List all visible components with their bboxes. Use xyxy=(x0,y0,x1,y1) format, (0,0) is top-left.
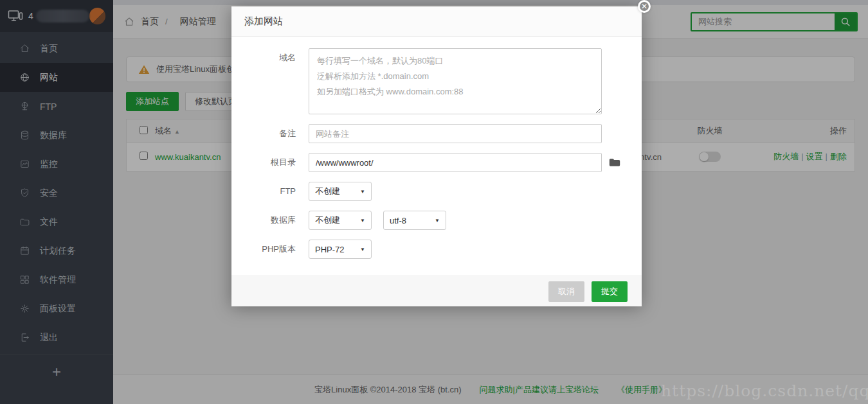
domain-label: 域名 xyxy=(231,48,296,67)
modal-footer: 取消 提交 xyxy=(231,276,642,306)
folder-picker-icon[interactable] xyxy=(609,157,620,168)
modal-body: 域名 备注 根目录 FTP 不创建 xyxy=(231,37,642,276)
ftp-select[interactable]: 不创建 ▼ xyxy=(309,182,372,201)
domain-textarea[interactable] xyxy=(309,48,602,114)
ftp-field-row: FTP 不创建 ▼ xyxy=(231,182,642,201)
php-version-select-value: PHP-72 xyxy=(315,245,345,254)
modal-title: 添加网站 xyxy=(231,6,642,37)
close-icon[interactable]: ✕ xyxy=(638,0,651,13)
php-version-label: PHP版本 xyxy=(231,240,296,259)
root-dir-input[interactable] xyxy=(309,153,602,172)
cancel-button[interactable]: 取消 xyxy=(548,281,584,302)
submit-button[interactable]: 提交 xyxy=(592,281,628,302)
chevron-down-icon: ▼ xyxy=(360,218,365,224)
remark-field-row: 备注 xyxy=(231,124,642,143)
database-select-value: 不创建 xyxy=(315,215,340,226)
charset-select-value: utf-8 xyxy=(390,216,406,225)
chevron-down-icon: ▼ xyxy=(435,218,440,224)
root-dir-label: 根目录 xyxy=(231,153,296,172)
add-website-modal: ✕ 添加网站 域名 备注 根目录 FTP xyxy=(231,6,642,306)
php-version-select[interactable]: PHP-72 ▼ xyxy=(309,240,372,259)
charset-select[interactable]: utf-8 ▼ xyxy=(383,211,446,230)
ftp-select-value: 不创建 xyxy=(315,186,340,197)
remark-label: 备注 xyxy=(231,124,296,143)
database-label: 数据库 xyxy=(231,211,296,230)
database-field-row: 数据库 不创建 ▼ utf-8 ▼ xyxy=(231,211,642,230)
database-select[interactable]: 不创建 ▼ xyxy=(309,211,372,230)
ftp-label: FTP xyxy=(231,182,296,201)
chevron-down-icon: ▼ xyxy=(360,247,365,252)
remark-input[interactable] xyxy=(309,124,602,143)
php-version-field-row: PHP版本 PHP-72 ▼ xyxy=(231,240,642,259)
domain-field-row: 域名 xyxy=(231,48,642,114)
root-dir-field-row: 根目录 xyxy=(231,153,642,172)
chevron-down-icon: ▼ xyxy=(360,189,365,195)
